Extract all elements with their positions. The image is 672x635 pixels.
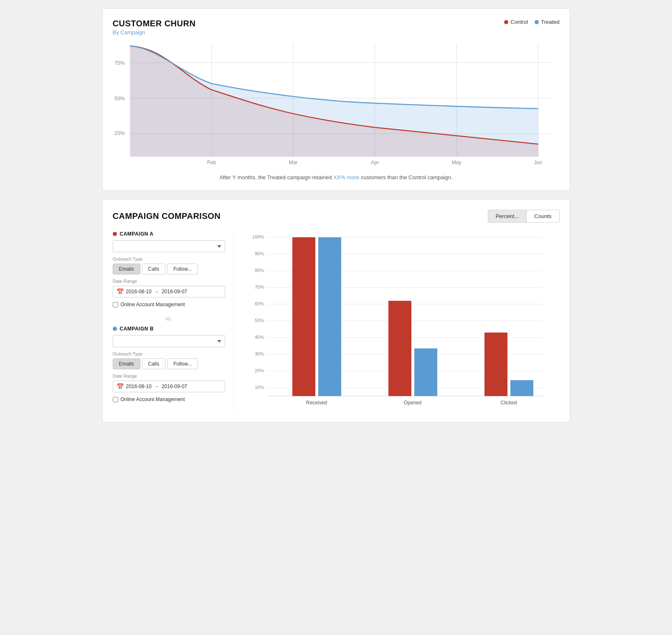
campaign-b-follow-btn[interactable]: Follow... xyxy=(167,358,198,369)
campaign-b-checkbox[interactable] xyxy=(113,397,118,402)
campaign-a-emails-btn[interactable]: Emails xyxy=(113,264,140,274)
svg-text:50%: 50% xyxy=(254,318,264,323)
svg-text:Received: Received xyxy=(306,400,327,406)
svg-text:40%: 40% xyxy=(254,335,264,340)
campaign-a-checkbox[interactable] xyxy=(113,302,118,307)
bar-clicked-b xyxy=(510,380,533,396)
campaign-b-outreach-buttons: Emails Calls Follow... xyxy=(113,358,225,369)
svg-text:100%: 100% xyxy=(252,234,264,239)
svg-text:Feb: Feb xyxy=(207,160,216,165)
campaign-a-dot xyxy=(113,232,117,236)
churn-subtitle: By Campaign xyxy=(113,29,196,36)
svg-text:Mar: Mar xyxy=(289,160,297,165)
campaign-b-date-to: 2016-09-07 xyxy=(162,384,187,389)
calendar-icon-b: 📅 xyxy=(117,383,124,390)
campaign-a-follow-btn[interactable]: Follow... xyxy=(167,264,198,274)
counts-toggle-btn[interactable]: Counts xyxy=(527,210,559,222)
svg-text:May: May xyxy=(451,160,462,165)
bar-received-b xyxy=(318,237,341,396)
campaign-sidebar: CAMPAIGN A Outreach Type Emails Calls Fo… xyxy=(113,231,234,412)
campaign-a-select[interactable] xyxy=(113,240,225,252)
campaign-a-date-label: Date Range xyxy=(113,279,225,284)
campaign-a-date-range[interactable]: 📅 2016-08-10 → 2016-09-07 xyxy=(113,286,225,297)
svg-text:50%: 50% xyxy=(114,96,125,102)
svg-text:10%: 10% xyxy=(254,385,264,390)
comparison-title: CAMPAIGN COMPARISON xyxy=(113,211,221,221)
vs-divider: vs. xyxy=(113,316,225,322)
svg-text:90%: 90% xyxy=(254,251,264,256)
churn-caption: After Y months, the Treated campaign ret… xyxy=(113,174,560,180)
svg-text:80%: 80% xyxy=(254,268,264,273)
campaign-a-section: CAMPAIGN A Outreach Type Emails Calls Fo… xyxy=(113,231,225,307)
campaign-a-title: CAMPAIGN A xyxy=(120,231,154,237)
campaign-b-dot xyxy=(113,327,117,331)
caption-pre: After Y months, the Treated campaign ret… xyxy=(219,174,333,180)
campaign-b-checkbox-row: Online Account Management xyxy=(113,396,225,402)
campaign-a-outreach-label: Outreach Type xyxy=(113,257,225,262)
campaign-a-calls-btn[interactable]: Calls xyxy=(142,264,166,274)
campaign-a-date-to: 2016-09-07 xyxy=(162,289,187,295)
calendar-icon-a: 📅 xyxy=(117,288,124,295)
campaign-a-label: CAMPAIGN A xyxy=(113,231,225,237)
comparison-card: CAMPAIGN COMPARISON Percent... Counts CA… xyxy=(102,199,570,422)
date-arrow-b: → xyxy=(154,384,159,389)
campaign-b-date-range[interactable]: 📅 2016-08-10 → 2016-09-07 xyxy=(113,381,225,392)
bar-received-a xyxy=(292,237,315,396)
svg-text:20%: 20% xyxy=(254,368,264,373)
campaign-b-date-label: Date Range xyxy=(113,373,225,378)
svg-text:Clicked: Clicked xyxy=(500,400,517,406)
campaign-a-checkbox-row: Online Account Management xyxy=(113,302,225,307)
campaign-b-outreach-label: Outreach Type xyxy=(113,351,225,356)
campaign-b-select[interactable] xyxy=(113,335,225,347)
campaign-b-date-from: 2016-08-10 xyxy=(126,384,152,389)
campaign-b-emails-btn[interactable]: Emails xyxy=(113,358,140,369)
campaign-a-outreach-buttons: Emails Calls Follow... xyxy=(113,264,225,274)
churn-svg: 75% 50% 25% xyxy=(113,40,560,169)
svg-text:Apr: Apr xyxy=(371,160,379,165)
campaign-a-date-from: 2016-08-10 xyxy=(126,289,152,295)
svg-text:Opened: Opened xyxy=(403,400,421,406)
caption-post: customers than the Control campaign. xyxy=(359,174,452,180)
view-toggle: Percent... Counts xyxy=(488,210,560,223)
campaign-b-title: CAMPAIGN B xyxy=(120,326,154,332)
date-arrow-a: → xyxy=(154,289,159,295)
legend-control: Control xyxy=(504,19,528,25)
svg-text:Jun: Jun xyxy=(534,160,542,165)
svg-text:70%: 70% xyxy=(254,284,264,290)
svg-text:25%: 25% xyxy=(114,130,125,136)
control-dot xyxy=(504,20,508,24)
svg-text:75%: 75% xyxy=(114,60,125,66)
control-label: Control xyxy=(510,19,528,25)
campaign-b-checkbox-label: Online Account Management xyxy=(121,396,185,402)
bar-chart-area: 100% 90% 80% 70% 60% 50% 40% 30% 20% 10% xyxy=(234,231,560,412)
legend-treated: Treated xyxy=(535,19,559,25)
comparison-body: CAMPAIGN A Outreach Type Emails Calls Fo… xyxy=(113,231,560,412)
comparison-header: CAMPAIGN COMPARISON Percent... Counts xyxy=(113,210,560,223)
churn-title: CUSTOMER CHURN xyxy=(113,19,196,28)
campaign-a-checkbox-label: Online Account Management xyxy=(121,302,185,307)
churn-chart: 75% 50% 25% xyxy=(113,40,560,169)
svg-text:60%: 60% xyxy=(254,301,264,306)
bar-opened-b xyxy=(414,348,437,396)
bar-opened-a xyxy=(388,301,411,396)
churn-card: CUSTOMER CHURN By Campaign Control Treat… xyxy=(102,8,570,191)
campaign-b-label: CAMPAIGN B xyxy=(113,326,225,332)
caption-highlight: XX% more xyxy=(333,174,359,180)
treated-label: Treated xyxy=(541,19,559,25)
churn-legend: Control Treated xyxy=(504,19,559,25)
percent-toggle-btn[interactable]: Percent... xyxy=(488,210,527,222)
treated-dot xyxy=(535,20,539,24)
campaign-b-section: CAMPAIGN B Outreach Type Emails Calls Fo… xyxy=(113,326,225,402)
bar-chart-svg: 100% 90% 80% 70% 60% 50% 40% 30% 20% 10% xyxy=(242,231,560,411)
bar-clicked-a xyxy=(484,333,507,396)
svg-text:30%: 30% xyxy=(254,351,264,356)
campaign-b-calls-btn[interactable]: Calls xyxy=(142,358,166,369)
